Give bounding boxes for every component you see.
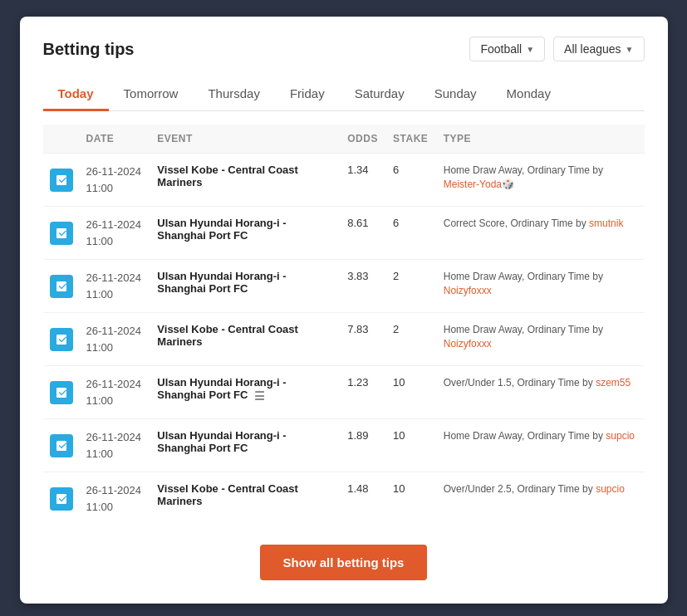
header: Betting tips Football ▼ All leagues ▼ [43, 37, 645, 61]
user-link[interactable]: Meister-Yoda🎲 [444, 178, 514, 190]
event-cell: Vissel Kobe - Central Coast Mariners [150, 154, 341, 207]
event-cell: Ulsan Hyundai Horang-i - Shanghai Port F… [150, 207, 341, 260]
date-cell: 26-11-202411:00 [80, 313, 151, 366]
tab-saturday[interactable]: Saturday [340, 78, 420, 111]
icon-col-header [43, 125, 80, 154]
odds-cell: 1.34 [341, 154, 386, 207]
date-col-header: DATE [80, 125, 151, 154]
tab-tomorrow[interactable]: Tomorrow [109, 78, 194, 111]
type-cell: Home Draw Away, Ordinary Time by supcio [437, 419, 645, 472]
event-cell: Ulsan Hyundai Horang-i - Shanghai Port F… [150, 366, 341, 419]
event-cell: Vissel Kobe - Central Coast Mariners [150, 472, 341, 526]
header-filters: Football ▼ All leagues ▼ [469, 37, 644, 61]
date-cell: 26-11-202411:00 [80, 260, 151, 313]
stake-cell: 10 [386, 472, 437, 526]
type-cell: Home Draw Away, Ordinary Time by Noizyfo… [437, 313, 645, 366]
tip-icon [50, 222, 73, 245]
type-cell: Home Draw Away, Ordinary Time by Noizyfo… [437, 260, 645, 313]
stake-cell: 10 [386, 366, 437, 419]
football-filter-chevron-icon: ▼ [526, 45, 534, 54]
tip-icon-cell [43, 207, 80, 260]
user-link[interactable]: smutnik [589, 218, 623, 229]
tips-table: DATE EVENT ODDS STAKE TYPE 26-11-202411:… [43, 125, 645, 525]
event-cell: Ulsan Hyundai Horang-i - Shanghai Port F… [150, 419, 341, 472]
date-cell: 26-11-202411:00 [80, 419, 151, 472]
odds-cell: 1.89 [341, 419, 386, 472]
tab-monday[interactable]: Monday [492, 78, 566, 111]
odds-cell: 3.83 [341, 260, 386, 313]
date-cell: 26-11-202411:00 [80, 154, 151, 207]
main-card: Betting tips Football ▼ All leagues ▼ To… [20, 17, 668, 604]
user-link[interactable]: Noizyfoxxx [444, 338, 492, 350]
tip-icon [50, 328, 73, 351]
event-cell: Vissel Kobe - Central Coast Mariners [150, 313, 341, 366]
tab-today[interactable]: Today [43, 78, 109, 111]
stake-cell: 6 [386, 207, 437, 260]
leagues-filter-chevron-icon: ▼ [626, 45, 634, 54]
type-cell: Over/Under 2.5, Ordinary Time by supcio [437, 472, 645, 526]
user-link[interactable]: Noizyfoxxx [444, 285, 492, 296]
stake-cell: 6 [386, 154, 437, 207]
tip-icon-cell [43, 472, 80, 526]
tip-icon [50, 275, 73, 298]
show-all-tips-button[interactable]: Show all betting tips [260, 545, 428, 580]
stake-cell: 10 [386, 419, 437, 472]
user-link[interactable]: supcio [606, 430, 635, 442]
event-col-header: EVENT [150, 125, 341, 154]
type-cell: Home Draw Away, Ordinary Time by Meister… [437, 154, 645, 207]
tip-icon-cell [43, 154, 80, 207]
type-cell: Over/Under 1.5, Ordinary Time by szem55 [437, 366, 645, 419]
tip-icon-cell [43, 366, 80, 419]
type-cell: Correct Score, Ordinary Time by smutnik [437, 207, 645, 260]
tip-icon [50, 169, 73, 192]
date-cell: 26-11-202411:00 [80, 366, 151, 419]
tab-friday[interactable]: Friday [275, 78, 340, 111]
table-row: 26-11-202411:00Ulsan Hyundai Horang-i - … [43, 419, 645, 472]
tab-thursday[interactable]: Thursday [193, 78, 275, 111]
tip-icon [50, 487, 73, 511]
table-row: 26-11-202411:00Vissel Kobe - Central Coa… [43, 154, 645, 207]
event-cell: Ulsan Hyundai Horang-i - Shanghai Port F… [150, 260, 341, 313]
odds-cell: 8.61 [341, 207, 386, 260]
football-filter-button[interactable]: Football ▼ [469, 37, 545, 61]
table-row: 26-11-202411:00Vissel Kobe - Central Coa… [43, 313, 645, 366]
leagues-filter-label: All leagues [564, 42, 621, 56]
leagues-filter-button[interactable]: All leagues ▼ [553, 37, 644, 61]
tip-icon-cell [43, 260, 80, 313]
football-filter-label: Football [480, 42, 522, 56]
date-cell: 26-11-202411:00 [80, 207, 151, 260]
table-header-row: DATE EVENT ODDS STAKE TYPE [43, 125, 645, 154]
page-title: Betting tips [43, 40, 135, 59]
tip-icon [50, 381, 73, 404]
user-link[interactable]: szem55 [596, 377, 631, 389]
date-cell: 26-11-202411:00 [80, 472, 151, 526]
stake-cell: 2 [386, 313, 437, 366]
stake-cell: 2 [386, 260, 437, 313]
tip-icon-cell [43, 419, 80, 472]
odds-cell: 1.48 [341, 472, 386, 526]
tip-icon-cell [43, 313, 80, 366]
table-row: 26-11-202411:00Ulsan Hyundai Horang-i - … [43, 260, 645, 313]
table-row: 26-11-202411:00Vissel Kobe - Central Coa… [43, 472, 645, 526]
odds-col-header: ODDS [341, 125, 386, 154]
tabs-container: Today Tomorrow Thursday Friday Saturday … [43, 78, 645, 111]
stake-col-header: STAKE [386, 125, 437, 154]
odds-cell: 7.83 [341, 313, 386, 366]
tab-sunday[interactable]: Sunday [420, 78, 492, 111]
type-col-header: TYPE [437, 125, 645, 154]
list-icon: ☰ [254, 389, 265, 403]
user-link[interactable]: supcio [596, 483, 625, 495]
odds-cell: 1.23 [341, 366, 386, 419]
tip-icon [50, 434, 73, 457]
table-row: 26-11-202411:00Ulsan Hyundai Horang-i - … [43, 207, 645, 260]
table-row: 26-11-202411:00Ulsan Hyundai Horang-i - … [43, 366, 645, 419]
